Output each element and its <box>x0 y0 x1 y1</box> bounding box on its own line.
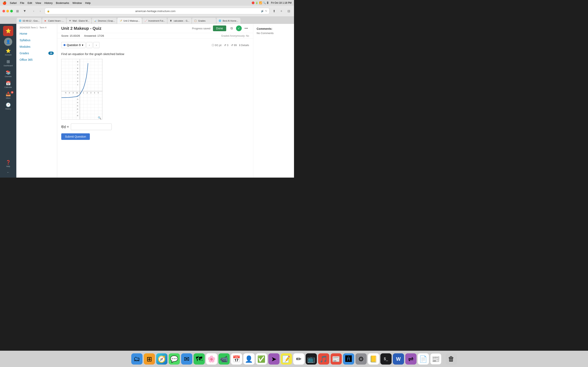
sidebar-toggle-button[interactable]: ⊞ <box>15 8 20 14</box>
done-button[interactable]: Done <box>213 25 226 31</box>
question-prompt: Find an equation for the graph sketched … <box>61 52 249 56</box>
tab-caleb[interactable]: ▶ Caleb Hearn -... <box>42 17 66 24</box>
svg-text:3: 3 <box>77 77 78 79</box>
svg-text:2: 2 <box>86 92 87 94</box>
sidebar-label-help: Help <box>6 165 10 167</box>
course-nav-office365[interactable]: Office 365 <box>16 57 57 63</box>
tab-favicon-calc: 🖩 <box>169 19 172 22</box>
history-icon: 🕐 <box>6 102 11 107</box>
dashboard-icon: ⊞ <box>7 59 10 64</box>
tab-label-calc: calculator. - G... <box>173 20 189 22</box>
header-icons: ⧉ ✓ ••• <box>229 25 249 31</box>
calendar-icon: 📅 <box>6 81 11 86</box>
tab-grades[interactable]: 📋 Grades <box>192 17 216 24</box>
prev-question-button[interactable]: ‹ <box>86 42 93 48</box>
tab-overview-button[interactable]: ▼ <box>22 8 27 14</box>
audio-icon[interactable]: 🔊 <box>261 9 264 12</box>
answer-input[interactable] <box>71 124 112 130</box>
share-button[interactable]: ⬆ <box>271 8 277 14</box>
resubmit-icon: ↺ <box>224 44 226 47</box>
sidebar-label-courses: Courses <box>5 75 12 77</box>
tab-goo[interactable]: 🌐 02:48:12 - Goo... <box>16 17 42 24</box>
menu-safari[interactable]: Safari <box>10 1 17 4</box>
question-dropdown[interactable]: Question 9 ▾ <box>61 42 86 48</box>
menu-history[interactable]: History <box>44 1 52 4</box>
sidebar-item-courses[interactable]: 📚 Courses <box>0 68 16 79</box>
sidebar-collapse-button[interactable]: ← <box>5 169 11 175</box>
sidebar-item-calendar[interactable]: 📅 Calendar <box>0 79 16 90</box>
tab-bestai[interactable]: 🌐 Best AI Home... <box>216 17 241 24</box>
menu-edit[interactable]: Edit <box>27 1 32 4</box>
copy-icon[interactable]: ⧉ <box>229 25 234 31</box>
sidebar-item-account[interactable]: ⭐ Account <box>0 47 16 58</box>
course-nav-home[interactable]: Home <box>16 30 57 37</box>
tab-favicon-goo: 🌐 <box>18 19 21 22</box>
back-button[interactable]: ‹ <box>31 8 36 14</box>
tab-favicon-bestai: 🌐 <box>218 19 221 22</box>
quiz-answered: Answered: 17/26 <box>84 34 104 37</box>
menu-file[interactable]: File <box>20 1 24 4</box>
apple-menu[interactable]: 🍎 <box>2 1 7 5</box>
answer-row: f(x) = <box>61 124 249 130</box>
menu-view[interactable]: View <box>35 1 41 4</box>
svg-text:-3: -3 <box>77 98 78 100</box>
navigation-buttons: ‹ › <box>31 8 43 14</box>
svg-text:1: 1 <box>77 83 78 86</box>
tab-mail[interactable]: ✉ Mail - Elaine M... <box>66 17 92 24</box>
attempt-display: ↺ 99 <box>231 44 237 47</box>
account-avatar[interactable]: 👤 <box>4 38 12 46</box>
fullscreen-button[interactable] <box>10 10 13 12</box>
svg-text:-7: -7 <box>77 111 78 113</box>
close-button[interactable] <box>2 10 5 12</box>
menu-help[interactable]: Help <box>85 1 91 4</box>
sidebar-item-help[interactable]: ❓ Help <box>5 158 11 169</box>
forward-button[interactable]: › <box>37 8 43 14</box>
tab-list-button[interactable]: ⊟ <box>286 8 292 14</box>
grades-label: Grades <box>20 52 29 55</box>
svg-text:-6: -6 <box>77 108 78 110</box>
sidebar-item-inbox[interactable]: 📥 3 Inbox <box>0 90 16 101</box>
system-icons: 🔴 🔋 📶 🔍 🎛 <box>251 1 269 4</box>
svg-text:-4: -4 <box>68 92 70 94</box>
tab-favicon-caleb: ▶ <box>44 19 47 22</box>
svg-rect-0 <box>61 59 102 119</box>
next-question-button[interactable]: › <box>93 42 99 48</box>
browser-toolbar: ⊞ ▼ ‹ › 🔒 american-heritage.instructure.… <box>0 6 294 16</box>
menu-bookmarks[interactable]: Bookmarks <box>56 1 69 4</box>
tab-calc[interactable]: 🖩 calculator. - G... <box>167 17 192 24</box>
tab-desmos[interactable]: 📊 Desmos | Grap... <box>91 17 117 24</box>
svg-text:-5: -5 <box>65 92 66 94</box>
submit-question-button[interactable]: Submit Question <box>61 133 90 140</box>
main-content: Unit 2 Makeup - Quiz Progress saved Done… <box>57 24 253 178</box>
minimize-button[interactable] <box>6 10 9 12</box>
more-options-icon[interactable]: ••• <box>243 25 249 31</box>
details-display[interactable]: ℹ Details <box>239 44 249 47</box>
menu-window[interactable]: Window <box>72 1 82 4</box>
traffic-lights[interactable] <box>2 10 13 12</box>
course-nav-grades[interactable]: Grades 18 <box>16 50 57 57</box>
tab-invest[interactable]: 📈 Investment Fut... <box>142 17 167 24</box>
inbox-icon: 📥 <box>6 92 11 96</box>
toolbar-actions: ⬆ ＋ ⊟ <box>271 8 292 14</box>
syllabus-label: Syllabus <box>20 39 30 42</box>
sidebar-item-history[interactable]: 🕐 History <box>0 101 16 111</box>
quiz-title: Unit 2 Makeup - Quiz <box>61 26 102 31</box>
new-tab-button[interactable]: ＋ <box>278 8 284 14</box>
progress-saved-text: Progress saved <box>192 27 210 30</box>
course-nav-modules[interactable]: Modules <box>16 43 57 50</box>
attempt-count: 99 <box>234 44 237 47</box>
help-icon: ❓ <box>6 160 11 165</box>
quiz-header-right: Progress saved Done ⧉ ✓ ••• <box>192 25 249 31</box>
lock-icon: 🔒 <box>47 10 50 12</box>
sidebar-item-dashboard[interactable]: ⊞ Dashboard <box>0 58 16 68</box>
tab-unit2[interactable]: 📝 Unit 2 Makeup... <box>117 17 142 24</box>
tab-favicon-grades: 📋 <box>194 19 197 22</box>
modules-label: Modules <box>20 45 30 48</box>
address-bar[interactable]: 🔒 american-heritage.instructure.com 🔊 ↻ <box>45 8 269 14</box>
svg-text:1: 1 <box>83 92 84 94</box>
reload-icon[interactable]: ↻ <box>265 9 267 12</box>
question-label: Question 9 <box>67 43 81 47</box>
course-nav-syllabus[interactable]: Syllabus <box>16 37 57 43</box>
question-area: Question 9 ▾ ‹ › ☐ 0/1 pt ↺ 3 <box>57 39 253 143</box>
tab-label-grades: Grades <box>198 20 205 22</box>
